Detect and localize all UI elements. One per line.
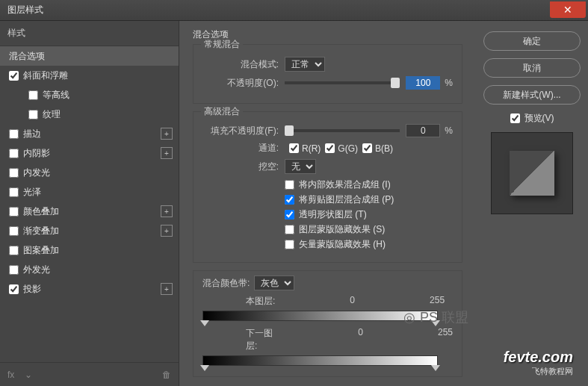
watermark: fevte.com 飞特教程网 bbox=[504, 349, 573, 377]
gradient-overlay-checkbox[interactable] bbox=[9, 226, 19, 236]
slider-handle-icon[interactable] bbox=[200, 320, 209, 326]
sidebar-footer: fx ⌄ 🗑 bbox=[0, 362, 179, 386]
percent-label: % bbox=[445, 78, 453, 88]
opt-layer-mask-hides[interactable]: 图层蒙版隐藏效果 (S) bbox=[285, 223, 453, 236]
sidebar-item-blend-options[interactable]: 混合选项 bbox=[0, 46, 179, 66]
pattern-overlay-checkbox[interactable] bbox=[9, 246, 19, 255]
preview-checkbox-row[interactable]: 预览(V) bbox=[483, 112, 581, 125]
fill-opacity-input[interactable] bbox=[406, 124, 440, 137]
opt-blend-clipped[interactable]: 将剪贴图层混合成组 (P) bbox=[285, 193, 453, 206]
sidebar-header: 样式 bbox=[0, 21, 179, 46]
sidebar-item-texture[interactable]: 纹理 bbox=[0, 105, 179, 124]
add-icon[interactable]: + bbox=[161, 147, 173, 159]
ok-button[interactable]: 确定 bbox=[483, 31, 581, 51]
blend-mode-select[interactable]: 正常 bbox=[285, 57, 325, 72]
color-overlay-checkbox[interactable] bbox=[9, 207, 19, 217]
cancel-button[interactable]: 取消 bbox=[483, 58, 581, 78]
sidebar-item-satin[interactable]: 光泽 bbox=[0, 182, 179, 202]
drop-shadow-checkbox[interactable] bbox=[9, 284, 19, 294]
sidebar-item-drop-shadow[interactable]: 投影+ bbox=[0, 279, 179, 299]
content-panel: 混合选项 常规混合 混合模式: 正常 不透明度(O): % 高级混合 填充不透明… bbox=[179, 21, 476, 386]
blendif-label: 混合颜色带: bbox=[202, 277, 254, 290]
texture-checkbox[interactable] bbox=[28, 110, 38, 119]
titlebar: 图层样式 bbox=[0, 0, 588, 21]
channel-g[interactable]: G(G) bbox=[325, 143, 358, 154]
sidebar-item-gradient-overlay[interactable]: 渐变叠加+ bbox=[0, 221, 179, 240]
opacity-label: 不透明度(O): bbox=[202, 77, 285, 90]
sidebar-item-stroke[interactable]: 描边+ bbox=[0, 124, 179, 143]
fx-icon[interactable]: fx bbox=[7, 370, 14, 380]
stroke-checkbox[interactable] bbox=[9, 129, 19, 139]
flame-icon: ◎ bbox=[403, 309, 415, 326]
inner-glow-checkbox[interactable] bbox=[9, 168, 19, 178]
outer-glow-checkbox[interactable] bbox=[9, 265, 19, 275]
channel-r[interactable]: R(R) bbox=[289, 143, 321, 154]
slider-handle-icon[interactable] bbox=[431, 365, 440, 371]
sidebar: 样式 混合选项 斜面和浮雕 等高线 纹理 描边+ 内阴影+ 内发光 光泽 颜色叠… bbox=[0, 21, 179, 386]
add-icon[interactable]: + bbox=[161, 283, 173, 295]
inner-shadow-checkbox[interactable] bbox=[9, 149, 19, 158]
style-list: 混合选项 斜面和浮雕 等高线 纹理 描边+ 内阴影+ 内发光 光泽 颜色叠加+ … bbox=[0, 46, 179, 362]
close-button[interactable] bbox=[550, 1, 586, 18]
underlying-track[interactable] bbox=[202, 355, 438, 366]
opacity-slider[interactable] bbox=[285, 81, 400, 84]
blendif-select[interactable]: 灰色 bbox=[254, 276, 294, 290]
bevel-checkbox[interactable] bbox=[9, 71, 19, 81]
blend-mode-label: 混合模式: bbox=[202, 58, 285, 71]
preview-checkbox[interactable] bbox=[510, 113, 520, 123]
slider-handle[interactable] bbox=[391, 78, 400, 88]
right-panel: 确定 取消 新建样式(W)... 预览(V) bbox=[476, 21, 588, 386]
sidebar-item-bevel[interactable]: 斜面和浮雕 bbox=[0, 66, 179, 85]
add-icon[interactable]: + bbox=[161, 205, 173, 217]
subgroup-title: 高级混合 bbox=[201, 105, 243, 118]
sidebar-item-contour[interactable]: 等高线 bbox=[0, 85, 179, 105]
this-layer-track[interactable] bbox=[202, 311, 438, 321]
band-label: 本图层: bbox=[246, 295, 275, 308]
preview-box bbox=[491, 132, 573, 214]
opt-blend-interior[interactable]: 将内部效果混合成组 (I) bbox=[285, 178, 453, 191]
channel-b[interactable]: B(B) bbox=[362, 143, 393, 154]
this-layer-values: 本图层: 0 255 bbox=[276, 295, 453, 308]
band-label: 下一图层: bbox=[246, 327, 283, 352]
percent-label: % bbox=[445, 125, 453, 136]
opt-transparency-shapes[interactable]: 透明形状图层 (T) bbox=[285, 208, 453, 221]
satin-checkbox[interactable] bbox=[9, 187, 19, 197]
knockout-select[interactable]: 无 bbox=[285, 159, 316, 174]
add-icon[interactable]: + bbox=[161, 225, 173, 237]
advanced-blending: 高级混合 填充不透明度(F): % 通道: R(R) G(G) B(B) 挖空:… bbox=[193, 111, 462, 263]
main: 样式 混合选项 斜面和浮雕 等高线 纹理 描边+ 内阴影+ 内发光 光泽 颜色叠… bbox=[0, 21, 588, 386]
advanced-options: 将内部效果混合成组 (I) 将剪贴图层混合成组 (P) 透明形状图层 (T) 图… bbox=[285, 178, 453, 251]
fill-opacity-label: 填充不透明度(F): bbox=[202, 125, 285, 137]
sidebar-item-color-overlay[interactable]: 颜色叠加+ bbox=[0, 202, 179, 221]
subgroup-title: 常规混合 bbox=[201, 38, 243, 51]
underlying-values: 下一图层: 0 255 bbox=[276, 327, 453, 352]
opt-vector-mask-hides[interactable]: 矢量蒙版隐藏效果 (H) bbox=[285, 238, 453, 251]
new-style-button[interactable]: 新建样式(W)... bbox=[483, 85, 581, 105]
channels-label: 通道: bbox=[202, 142, 285, 155]
sidebar-item-pattern-overlay[interactable]: 图案叠加 bbox=[0, 240, 179, 260]
preview-swatch bbox=[510, 151, 554, 196]
general-blending: 常规混合 混合模式: 正常 不透明度(O): % bbox=[193, 44, 462, 104]
contour-checkbox[interactable] bbox=[28, 90, 38, 100]
slider-handle-icon[interactable] bbox=[200, 365, 209, 371]
window-title: 图层样式 bbox=[7, 4, 43, 16]
sidebar-item-inner-shadow[interactable]: 内阴影+ bbox=[0, 143, 179, 163]
sidebar-item-outer-glow[interactable]: 外发光 bbox=[0, 260, 179, 279]
slider-handle[interactable] bbox=[285, 125, 294, 136]
opacity-input[interactable] bbox=[406, 76, 440, 90]
chevron-icon[interactable]: ⌄ bbox=[25, 370, 32, 380]
trash-icon[interactable]: 🗑 bbox=[162, 370, 171, 380]
watermark-ps: ◎ PS 联盟 bbox=[403, 308, 468, 326]
sidebar-item-inner-glow[interactable]: 内发光 bbox=[0, 163, 179, 182]
fill-opacity-slider[interactable] bbox=[285, 129, 400, 132]
add-icon[interactable]: + bbox=[161, 128, 173, 140]
knockout-label: 挖空: bbox=[202, 161, 285, 173]
